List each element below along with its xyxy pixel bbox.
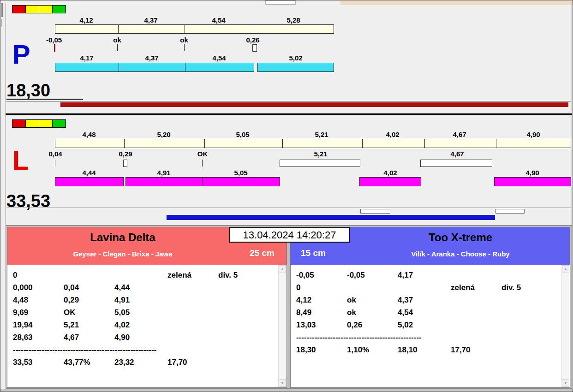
lane-l-letter: L — [12, 147, 29, 174]
result-row: 0zelenádiv. 5 — [291, 281, 570, 294]
result-cell: 13,03 — [296, 319, 347, 331]
bar-divider — [254, 25, 254, 33]
result-row: 4,480,294,91 — [7, 294, 286, 306]
result-cell: 17,70 — [451, 344, 501, 356]
result-row: 4,12ok4,37 — [291, 294, 570, 306]
result-row: -0,05-0,054,17 — [291, 269, 570, 281]
window-edge-mark — [1, 19, 2, 27]
mark-label: 4,67 — [450, 150, 464, 158]
result-cell: 18,30 — [296, 344, 347, 356]
start-tick — [54, 44, 55, 52]
lane-p-letter: P — [12, 41, 30, 68]
marker-box — [495, 209, 525, 214]
result-row: 28,634,674,90 — [7, 331, 286, 344]
result-row: ----------------------------------------… — [291, 331, 570, 344]
result-row: 13,030,265,02 — [291, 319, 570, 331]
result-cell: 5,21 — [64, 319, 114, 331]
scrollbar[interactable]: ▲ ▼ — [278, 265, 286, 387]
dog-time-bar — [494, 177, 571, 186]
result-row: 19,945,214,02 — [7, 319, 286, 331]
result-cell: 4,12 — [296, 294, 347, 306]
scroll-up-button[interactable]: ▲ — [562, 265, 569, 273]
team-left-results[interactable]: 0zelenádiv. 50,0000,044,444,480,294,919,… — [7, 265, 286, 387]
result-cell: div. 5 — [218, 269, 238, 281]
split-label: 4,37 — [144, 16, 157, 24]
separator-line — [6, 101, 571, 101]
result-cell: 0 — [13, 269, 64, 281]
result-cell: 0,04 — [64, 281, 114, 294]
yellow-light-2[interactable] — [39, 119, 53, 128]
result-cell: div. 5 — [501, 281, 521, 294]
result-row: 9,69OK5,05 — [7, 306, 286, 319]
dog-time-bar — [119, 63, 185, 72]
result-cell: 33,53 — [13, 356, 64, 368]
split-bar-p — [55, 24, 334, 34]
result-cell: 1,10% — [347, 344, 398, 356]
traffic-light-l — [12, 119, 66, 128]
window-bottom-edge — [0, 389, 573, 392]
result-cell: 17,70 — [167, 356, 218, 368]
jump-height-label: 25 cm — [250, 248, 275, 258]
team-left-panel: Lavina Delta Geyser - Clegan - Brixa - J… — [7, 227, 287, 388]
result-cell: zelená — [451, 281, 501, 294]
bar-divider — [118, 25, 119, 33]
progress-bar-l — [167, 215, 495, 220]
bar-divider — [496, 139, 496, 148]
dog-time-bar — [125, 177, 203, 186]
pending-segment-box — [280, 160, 360, 167]
scrollbar[interactable]: ▲ ▼ — [561, 265, 569, 387]
crossing-tick — [202, 160, 203, 166]
scroll-up-button[interactable]: ▲ — [279, 265, 286, 273]
result-cell: ok — [347, 306, 398, 319]
window-edge-mark — [1, 3, 3, 17]
mark-label: 5,21 — [314, 150, 327, 158]
split-label: 5,21 — [315, 131, 328, 138]
red-light[interactable] — [12, 119, 26, 128]
dog-time-bar — [55, 177, 124, 186]
mark-label: ok — [180, 36, 188, 44]
bar-divider — [185, 25, 185, 33]
mark-label: 0,29 — [119, 150, 132, 158]
result-cell: 18,10 — [398, 344, 451, 356]
time-label: 4,02 — [383, 169, 397, 177]
mark-label: 0,26 — [246, 36, 259, 44]
green-light[interactable] — [52, 5, 66, 13]
yellow-light-2[interactable] — [39, 5, 53, 13]
bar-divider — [362, 139, 363, 148]
total-underline — [6, 99, 83, 100]
team-lineup: Vilík - Aranka - Choose - Ruby — [350, 250, 571, 258]
result-row: 0zelenádiv. 5 — [7, 269, 286, 281]
split-label: 4,90 — [526, 131, 540, 138]
yellow-light-1[interactable] — [25, 119, 39, 128]
split-label: 5,28 — [286, 16, 300, 24]
red-light[interactable] — [12, 5, 26, 13]
dog-time-bar — [185, 63, 254, 72]
result-cell: 5,05 — [114, 306, 167, 319]
scroll-down-button[interactable]: ▼ — [562, 379, 569, 387]
pending-segment-box — [420, 160, 492, 167]
mark-label: ok — [113, 36, 121, 44]
result-cell: 4,90 — [114, 331, 167, 344]
crossing-tick — [184, 44, 185, 51]
result-cell: 4,02 — [114, 319, 167, 331]
result-row: ----------------------------------------… — [7, 344, 286, 356]
time-label: 4,90 — [525, 169, 539, 177]
team-right-panel: Too X-treme Vilík - Aranka - Choose - Ru… — [290, 227, 570, 388]
green-light[interactable] — [52, 119, 66, 128]
marker-box — [360, 209, 390, 214]
split-label: 4,48 — [82, 131, 96, 138]
result-row: 18,301,10%18,1017,70 — [291, 344, 570, 356]
result-cell: 0 — [296, 281, 347, 294]
split-label: 4,67 — [453, 131, 466, 138]
team-right-results[interactable]: -0,05-0,054,170zelenádiv. 54,12ok4,378,4… — [291, 265, 570, 387]
result-cell: 5,02 — [398, 319, 451, 331]
scroll-down-button[interactable]: ▼ — [279, 379, 286, 387]
dog-time-bar — [202, 177, 280, 186]
time-label: 4,17 — [80, 54, 93, 62]
result-cell: 23,32 — [114, 356, 167, 368]
result-cell: 4,48 — [13, 294, 64, 306]
yellow-light-1[interactable] — [25, 5, 39, 13]
result-cell: -0,05 — [296, 269, 347, 281]
team-lineup: Geyser - Clegan - Brixa - Jawa — [7, 250, 238, 258]
result-cell: ok — [347, 294, 398, 306]
